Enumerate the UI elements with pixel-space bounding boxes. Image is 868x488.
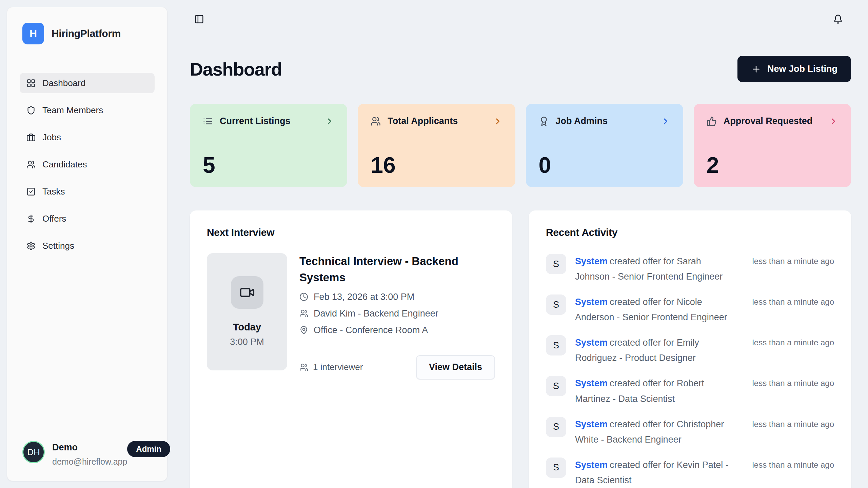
list-icon [203, 116, 213, 126]
user-email: demo@hireflow.app [52, 457, 127, 467]
interview-datetime: Feb 13, 2026 at 3:00 PM [314, 292, 414, 302]
users-icon [299, 309, 308, 318]
main-area: Dashboard New Job Listing Current Listin… [173, 0, 868, 488]
interview-time-label: 3:00 PM [230, 337, 264, 347]
activity-avatar: S [546, 417, 566, 437]
interview-details: Technical Interview - Backend Systems Fe… [299, 253, 495, 380]
activity-timestamp: less than a minute ago [752, 254, 834, 266]
activity-text: Systemcreated offer for Kevin Patel - Da… [575, 458, 744, 488]
sidebar-item-tasks[interactable]: Tasks [20, 181, 155, 202]
sidebar-item-offers[interactable]: Offers [20, 208, 155, 229]
activity-avatar: S [546, 294, 566, 315]
video-icon [239, 285, 255, 300]
sidebar-item-label: Jobs [42, 132, 61, 143]
sidebar-item-candidates[interactable]: Candidates [20, 154, 155, 175]
sidebar-user[interactable]: DH Demo demo@hireflow.app Admin [22, 441, 154, 467]
interview-location-row: Office - Conference Room A [299, 325, 495, 336]
sidebar-item-jobs[interactable]: Jobs [20, 127, 155, 147]
check-square-icon [26, 187, 36, 196]
sidebar-item-label: Offers [42, 214, 66, 224]
activity-row: S Systemcreated offer for Kevin Patel - … [546, 458, 834, 488]
clock-icon [299, 292, 308, 301]
stat-card-approval-requested[interactable]: Approval Requested 2 [694, 104, 851, 187]
stat-label: Approval Requested [724, 116, 822, 126]
stat-card-current-listings[interactable]: Current Listings 5 [190, 104, 347, 187]
stat-card-header: Approval Requested [707, 116, 838, 126]
sidebar-item-settings[interactable]: Settings [20, 236, 155, 256]
stat-card-header: Current Listings [203, 116, 334, 126]
notifications-button[interactable] [833, 14, 843, 24]
thumbs-up-icon [707, 116, 717, 126]
brand-logo-letter: H [29, 28, 37, 39]
users-icon [26, 160, 36, 169]
sidebar: H HiringPlatform Dashboard Team Members … [7, 7, 167, 481]
interviewer-count: 1 interviewer [299, 362, 363, 372]
title-row: Dashboard New Job Listing [190, 56, 851, 82]
activity-actor-link[interactable]: System [575, 338, 608, 348]
view-details-button[interactable]: View Details [416, 355, 495, 380]
app-root: H HiringPlatform Dashboard Team Members … [0, 0, 868, 488]
briefcase-icon [26, 133, 36, 142]
activity-actor-link[interactable]: System [575, 378, 608, 388]
activity-row: S Systemcreated offer for Nicole Anderso… [546, 294, 834, 325]
dashboard-content: Dashboard New Job Listing Current Listin… [173, 38, 868, 488]
activity-actor-link[interactable]: System [575, 297, 608, 307]
activity-text: Systemcreated offer for Emily Rodriguez … [575, 335, 744, 366]
stat-value: 2 [707, 154, 838, 176]
new-job-listing-button[interactable]: New Job Listing [737, 56, 851, 82]
activity-timestamp: less than a minute ago [752, 335, 834, 347]
sidebar-nav: Dashboard Team Members Jobs Candidates T… [7, 73, 167, 256]
interview-location: Office - Conference Room A [314, 325, 428, 336]
brand-name: HiringPlatform [52, 28, 121, 39]
next-interview-title: Next Interview [207, 227, 495, 238]
activity-text: Systemcreated offer for Robert Martinez … [575, 376, 744, 406]
activity-row: S Systemcreated offer for Robert Martine… [546, 376, 834, 406]
sidebar-item-label: Team Members [42, 105, 103, 116]
bell-icon [833, 14, 843, 24]
interview-card: Today 3:00 PM Technical Interview - Back… [207, 253, 495, 380]
interview-datetime-row: Feb 13, 2026 at 3:00 PM [299, 292, 495, 302]
chevron-right-icon [661, 117, 670, 126]
sidebar-toggle-button[interactable] [194, 14, 204, 24]
stat-value: 16 [371, 154, 502, 176]
activity-timestamp: less than a minute ago [752, 417, 834, 429]
stat-card-job-admins[interactable]: Job Admins 0 [526, 104, 683, 187]
sidebar-item-label: Tasks [42, 186, 65, 197]
stat-card-header: Total Applicants [371, 116, 502, 126]
shield-icon [26, 106, 36, 115]
role-badge: Admin [127, 441, 170, 457]
plus-icon [751, 64, 761, 74]
topbar [173, 0, 868, 38]
activity-actor-link[interactable]: System [575, 419, 608, 429]
interview-title: Technical Interview - Backend Systems [299, 253, 495, 286]
sidebar-item-team-members[interactable]: Team Members [20, 100, 155, 120]
recent-activity-panel: Recent Activity S Systemcreated offer fo… [529, 210, 851, 488]
activity-actor-link[interactable]: System [575, 256, 608, 266]
user-name: Demo [52, 441, 127, 453]
activity-row: S Systemcreated offer for Christopher Wh… [546, 417, 834, 447]
activity-actor-link[interactable]: System [575, 460, 608, 470]
page-title: Dashboard [190, 59, 282, 80]
stat-card-total-applicants[interactable]: Total Applicants 16 [358, 104, 515, 187]
gear-icon [26, 241, 36, 250]
sidebar-item-label: Candidates [42, 159, 87, 170]
user-info: Demo demo@hireflow.app [52, 441, 127, 467]
award-icon [539, 116, 549, 126]
stat-value: 0 [539, 154, 670, 176]
video-tile [231, 276, 263, 309]
chevron-right-icon [829, 117, 838, 126]
panel-left-icon [194, 14, 204, 24]
stat-label: Current Listings [220, 116, 318, 126]
users-icon [299, 363, 308, 372]
interview-candidate-row: David Kim - Backend Engineer [299, 308, 495, 319]
sidebar-item-label: Settings [42, 241, 74, 251]
stat-value: 5 [203, 154, 334, 176]
chevron-right-icon [493, 117, 502, 126]
sidebar-item-dashboard[interactable]: Dashboard [20, 73, 155, 93]
users-icon [371, 116, 381, 126]
activity-text: Systemcreated offer for Christopher Whit… [575, 417, 744, 447]
activity-row: S Systemcreated offer for Sarah Johnson … [546, 254, 834, 284]
interview-date-tile: Today 3:00 PM [207, 253, 287, 370]
interview-footer: 1 interviewer View Details [299, 355, 495, 380]
activity-row: S Systemcreated offer for Emily Rodrigue… [546, 335, 834, 366]
